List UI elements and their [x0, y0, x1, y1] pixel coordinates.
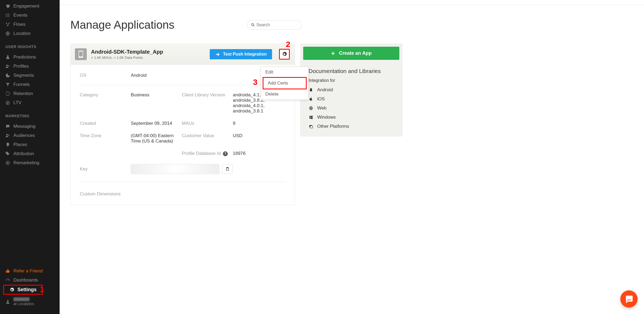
pin-icon	[5, 142, 10, 147]
sidebar-item-predictions[interactable]: Predictions	[0, 53, 60, 62]
sidebar-item-funnels[interactable]: Funnels	[0, 80, 60, 89]
android-icon	[309, 87, 313, 92]
chat-support-button[interactable]	[620, 290, 638, 308]
value-maus: 9	[233, 121, 284, 126]
annotation-marker-2: 2	[286, 40, 290, 49]
annotation-marker-3: 3	[253, 78, 258, 87]
sidebar-item-label: Settings	[17, 287, 37, 293]
sidebar-user-info[interactable]: at Localytics	[0, 295, 60, 309]
sidebar-group-user-insights: USER INSIGHTS	[0, 40, 60, 51]
value-customer-value: USD	[233, 133, 284, 138]
svg-point-7	[9, 23, 9, 24]
value-created: September 09, 2014	[131, 121, 182, 126]
dropdown-item-edit[interactable]: Edit	[261, 67, 308, 78]
globe-icon	[309, 106, 313, 111]
sidebar-item-label: Events	[13, 13, 27, 18]
sidebar-item-segments[interactable]: Segments	[0, 71, 60, 80]
svg-rect-28	[310, 126, 313, 128]
sidebar-item-location[interactable]: Location	[0, 29, 60, 38]
label-maus: MAUs	[182, 121, 233, 126]
users-icon	[5, 133, 10, 138]
sidebar-item-flows[interactable]: Flows	[0, 20, 60, 29]
docs-heading: Documentation and Libraries	[309, 68, 394, 74]
sidebar-item-retention[interactable]: Retention	[0, 89, 60, 98]
value-timezone: (GMT-04:00) Eastern Time (US & Canada)	[131, 133, 182, 144]
sidebar-item-settings[interactable]: Settings	[3, 285, 43, 295]
thumbs-up-icon	[5, 269, 10, 273]
svg-point-14	[8, 134, 10, 136]
platform-link-ios[interactable]: iOS	[309, 96, 394, 102]
test-push-integration-button[interactable]: Test Push Integration	[210, 49, 272, 59]
svg-point-13	[6, 134, 8, 136]
user-name-redacted	[13, 297, 30, 301]
sidebar-item-places[interactable]: Places	[0, 140, 60, 149]
sidebar-item-label: Attribution	[13, 151, 34, 156]
chat-icon	[5, 124, 10, 129]
svg-point-19	[251, 24, 254, 26]
app-platform-icon	[75, 48, 87, 60]
label-key: Key	[80, 166, 131, 172]
sidebar-item-label: Location	[13, 31, 31, 36]
svg-point-5	[6, 16, 6, 17]
label-custom-dimensions: Custom Dimensions	[80, 189, 285, 197]
sidebar-item-label: Funnels	[13, 82, 30, 87]
arrow-right-icon	[215, 52, 220, 57]
sidebar-item-label: Segments	[13, 73, 34, 78]
dropdown-item-delete[interactable]: Delete	[261, 89, 308, 100]
sidebar-item-refer[interactable]: Refer a Friend	[0, 266, 60, 276]
platform-link-windows[interactable]: Windows	[309, 115, 394, 120]
sidebar-item-audiences[interactable]: Audiences	[0, 131, 60, 140]
flask-icon	[5, 55, 10, 60]
sidebar-item-label: Predictions	[13, 54, 36, 60]
search-field[interactable]	[247, 20, 302, 30]
sidebar-item-ltv[interactable]: LTV	[0, 98, 60, 107]
heart-icon	[5, 4, 10, 9]
pie-icon	[5, 73, 10, 78]
svg-rect-22	[79, 52, 82, 56]
sidebar-item-attribution[interactable]: Attribution	[0, 149, 60, 158]
sidebar-item-label: Remarketing	[13, 160, 39, 166]
copy-key-button[interactable]	[222, 164, 233, 174]
platform-link-web[interactable]: Web	[309, 105, 394, 111]
create-app-button[interactable]: Create an App	[303, 47, 399, 60]
intercom-icon	[625, 295, 633, 303]
app-settings-gear-button[interactable]	[279, 49, 290, 60]
users-icon	[5, 64, 10, 69]
user-icon	[5, 299, 10, 304]
sidebar-item-remarketing[interactable]: Remarketing	[0, 158, 60, 167]
label-created: Created	[80, 121, 131, 126]
branch-icon	[5, 22, 10, 27]
retention-icon	[5, 91, 10, 96]
gear-icon	[9, 287, 14, 292]
platform-link-other[interactable]: Other Platforms	[309, 124, 394, 129]
label-client-lib: Client Library Version	[182, 92, 233, 98]
sidebar-item-messaging[interactable]: Messaging	[0, 122, 60, 131]
value-profile-db: 18976	[233, 151, 284, 156]
label-os: OS	[80, 73, 131, 78]
help-icon[interactable]: ?	[223, 151, 228, 156]
label-customer-value: Customer Value	[182, 133, 233, 138]
sidebar-item-label: Profiles	[13, 64, 29, 69]
key-value-redacted	[131, 164, 219, 174]
sidebar-item-profiles[interactable]: Profiles	[0, 62, 60, 71]
dropdown-item-add-certs[interactable]: Add Certs	[263, 77, 307, 89]
plus-icon	[331, 51, 335, 56]
label-category: Category	[80, 92, 131, 98]
sidebar-item-label: LTV	[13, 100, 21, 105]
sidebar-item-label: Engagement	[13, 3, 39, 9]
sidebar-item-dashboards[interactable]: Dashboards	[0, 276, 60, 285]
svg-point-23	[81, 57, 81, 58]
search-input[interactable]	[256, 23, 298, 27]
sidebar-item-events[interactable]: Events	[0, 11, 60, 20]
main-content: Manage Applications Android-SDK-Template	[60, 0, 644, 314]
funnel-icon	[5, 82, 10, 87]
sidebar-item-label: Refer a Friend	[13, 268, 43, 274]
docs-subheading: Integration for	[309, 78, 394, 83]
apple-icon	[309, 97, 313, 101]
platform-link-android[interactable]: Android	[309, 87, 394, 93]
user-org: at Localytics	[13, 302, 34, 306]
sidebar-item-engagement[interactable]: Engagement	[0, 2, 60, 11]
svg-point-16	[7, 162, 9, 164]
sidebar-item-label: Places	[13, 142, 27, 147]
svg-line-17	[8, 280, 9, 281]
